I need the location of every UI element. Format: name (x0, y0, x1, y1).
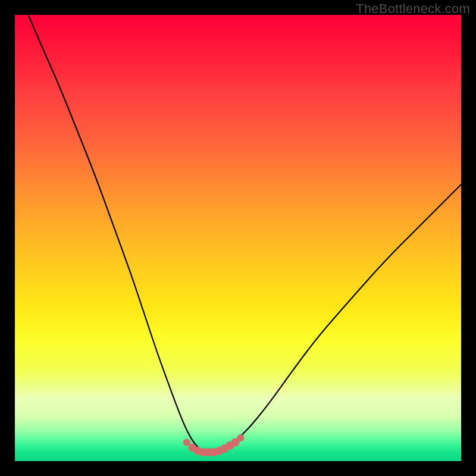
highlight-dot (183, 439, 190, 446)
chart-frame: TheBottleneck.com (0, 0, 476, 476)
chart-svg (15, 15, 461, 461)
highlight-dots (183, 434, 245, 456)
bottleneck-curve (29, 15, 462, 452)
chart-plot-area (15, 15, 461, 461)
watermark-text: TheBottleneck.com (356, 1, 470, 17)
highlight-dot (237, 434, 245, 441)
